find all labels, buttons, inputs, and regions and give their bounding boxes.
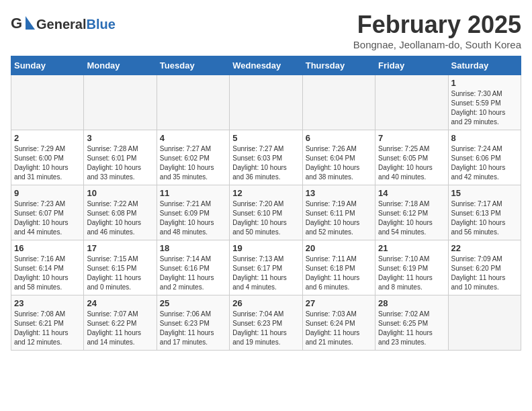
calendar-week-row: 23Sunrise: 7:08 AM Sunset: 6:21 PM Dayli… (11, 295, 521, 351)
calendar-cell: 11Sunrise: 7:21 AM Sunset: 6:09 PM Dayli… (157, 185, 229, 240)
calendar-cell: 8Sunrise: 7:24 AM Sunset: 6:06 PM Daylig… (448, 130, 521, 185)
day-info: Sunrise: 7:17 AM Sunset: 6:13 PM Dayligh… (451, 199, 518, 237)
day-number: 22 (451, 243, 518, 253)
day-info: Sunrise: 7:11 AM Sunset: 6:18 PM Dayligh… (306, 255, 372, 292)
day-number: 11 (160, 188, 226, 198)
day-number: 25 (160, 298, 226, 308)
calendar-cell: 6Sunrise: 7:26 AM Sunset: 6:04 PM Daylig… (302, 130, 375, 185)
day-number: 7 (378, 133, 445, 143)
day-header-tuesday: Tuesday (157, 56, 229, 75)
day-number: 3 (87, 133, 153, 143)
day-info: Sunrise: 7:08 AM Sunset: 6:21 PM Dayligh… (14, 310, 81, 347)
day-info: Sunrise: 7:19 AM Sunset: 6:11 PM Dayligh… (306, 199, 372, 237)
day-header-wednesday: Wednesday (230, 56, 302, 75)
day-number: 1 (451, 78, 518, 88)
calendar-cell: 24Sunrise: 7:07 AM Sunset: 6:22 PM Dayli… (84, 295, 157, 351)
day-header-monday: Monday (84, 56, 157, 75)
calendar-cell: 5Sunrise: 7:27 AM Sunset: 6:03 PM Daylig… (230, 130, 302, 185)
calendar-cell: 26Sunrise: 7:04 AM Sunset: 6:23 PM Dayli… (230, 295, 302, 351)
calendar-cell: 16Sunrise: 7:16 AM Sunset: 6:14 PM Dayli… (11, 240, 84, 295)
day-info: Sunrise: 7:07 AM Sunset: 6:22 PM Dayligh… (87, 310, 153, 347)
svg-text:G: G (11, 15, 22, 32)
calendar-cell: 12Sunrise: 7:20 AM Sunset: 6:10 PM Dayli… (230, 185, 302, 240)
day-number: 10 (87, 188, 153, 198)
calendar-cell: 13Sunrise: 7:19 AM Sunset: 6:11 PM Dayli… (302, 185, 375, 240)
day-header-thursday: Thursday (302, 56, 375, 75)
calendar-week-row: 2Sunrise: 7:29 AM Sunset: 6:00 PM Daylig… (11, 130, 521, 185)
day-info: Sunrise: 7:18 AM Sunset: 6:12 PM Dayligh… (378, 199, 445, 237)
day-info: Sunrise: 7:09 AM Sunset: 6:20 PM Dayligh… (451, 255, 518, 292)
calendar-cell (230, 75, 302, 130)
day-number: 13 (306, 188, 372, 198)
calendar-cell (11, 75, 84, 130)
calendar-week-row: 16Sunrise: 7:16 AM Sunset: 6:14 PM Dayli… (11, 240, 521, 295)
day-number: 12 (232, 188, 299, 198)
calendar-cell: 10Sunrise: 7:22 AM Sunset: 6:08 PM Dayli… (84, 185, 157, 240)
day-number: 17 (87, 243, 153, 253)
day-header-friday: Friday (375, 56, 448, 75)
day-info: Sunrise: 7:24 AM Sunset: 6:06 PM Dayligh… (451, 144, 518, 182)
day-info: Sunrise: 7:30 AM Sunset: 5:59 PM Dayligh… (451, 89, 518, 127)
day-number: 8 (451, 133, 518, 143)
logo-general: General (36, 17, 86, 32)
calendar-cell: 19Sunrise: 7:13 AM Sunset: 6:17 PM Dayli… (230, 240, 302, 295)
day-info: Sunrise: 7:23 AM Sunset: 6:07 PM Dayligh… (14, 199, 81, 237)
calendar-cell (448, 295, 521, 351)
calendar-cell: 15Sunrise: 7:17 AM Sunset: 6:13 PM Dayli… (448, 185, 521, 240)
day-number: 20 (306, 243, 372, 253)
day-info: Sunrise: 7:14 AM Sunset: 6:16 PM Dayligh… (160, 255, 226, 292)
day-number: 18 (160, 243, 226, 253)
day-header-saturday: Saturday (448, 56, 521, 75)
calendar-cell: 17Sunrise: 7:15 AM Sunset: 6:15 PM Dayli… (84, 240, 157, 295)
day-number: 24 (87, 298, 153, 308)
day-info: Sunrise: 7:29 AM Sunset: 6:00 PM Dayligh… (14, 144, 81, 182)
calendar-cell (375, 75, 448, 130)
month-title: February 2025 (353, 11, 521, 39)
calendar-cell: 23Sunrise: 7:08 AM Sunset: 6:21 PM Dayli… (11, 295, 84, 351)
calendar-cell: 28Sunrise: 7:02 AM Sunset: 6:25 PM Dayli… (375, 295, 448, 351)
day-number: 27 (306, 298, 372, 308)
day-number: 5 (232, 133, 299, 143)
day-number: 21 (378, 243, 445, 253)
subtitle: Bongnae, Jeollanam-do, South Korea (353, 39, 521, 50)
day-info: Sunrise: 7:26 AM Sunset: 6:04 PM Dayligh… (306, 144, 372, 182)
day-info: Sunrise: 7:27 AM Sunset: 6:02 PM Dayligh… (160, 144, 226, 182)
calendar-cell: 4Sunrise: 7:27 AM Sunset: 6:02 PM Daylig… (157, 130, 229, 185)
day-number: 4 (160, 133, 226, 143)
calendar-cell (157, 75, 229, 130)
day-info: Sunrise: 7:22 AM Sunset: 6:08 PM Dayligh… (87, 199, 153, 237)
calendar-cell: 9Sunrise: 7:23 AM Sunset: 6:07 PM Daylig… (11, 185, 84, 240)
day-number: 19 (232, 243, 299, 253)
day-info: Sunrise: 7:02 AM Sunset: 6:25 PM Dayligh… (378, 310, 445, 347)
calendar-header-row: SundayMondayTuesdayWednesdayThursdayFrid… (11, 56, 521, 75)
calendar-cell (84, 75, 157, 130)
day-info: Sunrise: 7:21 AM Sunset: 6:09 PM Dayligh… (160, 199, 226, 237)
day-header-sunday: Sunday (11, 56, 84, 75)
calendar-cell (302, 75, 375, 130)
calendar-cell: 1Sunrise: 7:30 AM Sunset: 5:59 PM Daylig… (448, 75, 521, 130)
day-info: Sunrise: 7:04 AM Sunset: 6:23 PM Dayligh… (232, 310, 299, 347)
day-info: Sunrise: 7:15 AM Sunset: 6:15 PM Dayligh… (87, 255, 153, 292)
day-number: 2 (14, 133, 81, 143)
calendar-week-row: 9Sunrise: 7:23 AM Sunset: 6:07 PM Daylig… (11, 185, 521, 240)
calendar-cell: 25Sunrise: 7:06 AM Sunset: 6:23 PM Dayli… (157, 295, 229, 351)
title-area: February 2025 Bongnae, Jeollanam-do, Sou… (353, 11, 521, 50)
calendar-cell: 2Sunrise: 7:29 AM Sunset: 6:00 PM Daylig… (11, 130, 84, 185)
day-info: Sunrise: 7:03 AM Sunset: 6:24 PM Dayligh… (306, 310, 372, 347)
day-number: 16 (14, 243, 81, 253)
calendar-cell: 21Sunrise: 7:10 AM Sunset: 6:19 PM Dayli… (375, 240, 448, 295)
day-info: Sunrise: 7:27 AM Sunset: 6:03 PM Dayligh… (232, 144, 299, 182)
day-number: 15 (451, 188, 518, 198)
day-info: Sunrise: 7:10 AM Sunset: 6:19 PM Dayligh… (378, 255, 445, 292)
day-info: Sunrise: 7:20 AM Sunset: 6:10 PM Dayligh… (232, 199, 299, 237)
day-info: Sunrise: 7:13 AM Sunset: 6:17 PM Dayligh… (232, 255, 299, 292)
calendar-cell: 7Sunrise: 7:25 AM Sunset: 6:05 PM Daylig… (375, 130, 448, 185)
day-number: 28 (378, 298, 445, 308)
logo-icon: G (11, 11, 35, 38)
day-number: 23 (14, 298, 81, 308)
day-number: 26 (232, 298, 299, 308)
calendar-cell: 18Sunrise: 7:14 AM Sunset: 6:16 PM Dayli… (157, 240, 229, 295)
logo-blue: Blue (86, 17, 115, 32)
calendar-cell: 20Sunrise: 7:11 AM Sunset: 6:18 PM Dayli… (302, 240, 375, 295)
calendar-table: SundayMondayTuesdayWednesdayThursdayFrid… (11, 56, 521, 351)
